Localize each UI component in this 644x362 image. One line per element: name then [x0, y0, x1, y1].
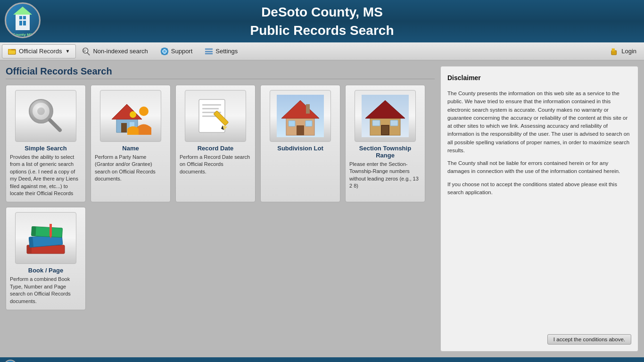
login-icon — [611, 47, 619, 56]
svg-line-10 — [87, 52, 90, 55]
logo-text: County MS — [13, 33, 33, 37]
svg-rect-23 — [612, 48, 615, 51]
footer: OnCoreAcclaim Copyright 2022 © Acclaim, … — [0, 357, 644, 362]
svg-rect-56 — [390, 120, 398, 126]
svg-rect-35 — [202, 104, 221, 106]
svg-rect-45 — [297, 125, 304, 135]
card-record-date-title: Record Date — [198, 145, 234, 152]
login-button[interactable]: Login — [607, 45, 640, 58]
svg-rect-19 — [205, 48, 213, 49]
nav-support-label: Support — [171, 48, 193, 55]
card-section-township[interactable]: Section Township Range Please enter the … — [345, 85, 425, 202]
footer-logo-icon — [4, 360, 17, 362]
nonindexed-search-icon — [82, 47, 91, 56]
svg-rect-12 — [83, 51, 86, 51]
svg-rect-36 — [202, 108, 219, 109]
card-name-icon-area — [100, 90, 161, 142]
svg-point-33 — [130, 111, 136, 118]
document-pencil-icon — [192, 95, 239, 137]
house-icon — [277, 95, 324, 137]
svg-rect-2 — [19, 21, 22, 25]
books-icon — [22, 217, 69, 259]
svg-rect-55 — [372, 120, 380, 126]
svg-marker-29 — [112, 104, 142, 119]
svg-rect-21 — [205, 53, 213, 54]
navbar: Official Records ▼ Non-indexed search Su… — [0, 42, 644, 60]
disclaimer-para-2: The County shall not be liable for error… — [447, 159, 631, 176]
nav-non-indexed[interactable]: Non-indexed search — [76, 44, 154, 58]
nav-official-records[interactable]: Official Records ▼ — [2, 44, 76, 58]
main-area: Official Records Search Simple Se — [6, 66, 435, 352]
svg-rect-53 — [382, 126, 385, 134]
header-title: DeSoto County, MS Public Records Search — [250, 3, 394, 40]
header: County MS DeSoto County, MS Public Recor… — [0, 0, 644, 42]
svg-rect-62 — [32, 227, 36, 236]
login-label: Login — [621, 48, 636, 55]
svg-rect-5 — [23, 16, 26, 19]
accept-button[interactable]: I accept the conditions above. — [547, 334, 631, 345]
card-subdivision-lot-icon-area — [270, 90, 331, 142]
svg-rect-11 — [83, 49, 87, 50]
svg-rect-48 — [306, 104, 310, 114]
logo: County MS — [5, 2, 42, 40]
svg-rect-20 — [205, 51, 213, 52]
cards-row-2: Book / Page Perform a combined Book Type… — [6, 207, 435, 310]
logo-building-icon — [11, 4, 34, 33]
cards-row-1: Simple Search Provides the ability to se… — [6, 85, 435, 202]
svg-rect-46 — [289, 121, 295, 126]
svg-rect-63 — [50, 224, 52, 236]
nav-settings-label: Settings — [215, 48, 238, 55]
content: Official Records Search Simple Se — [0, 60, 644, 357]
disclaimer-para-3: If you choose not to accept the conditio… — [447, 181, 631, 197]
card-simple-search-icon-area — [15, 90, 76, 142]
svg-rect-47 — [305, 121, 312, 126]
svg-rect-4 — [19, 16, 22, 19]
house2-icon — [362, 95, 409, 137]
card-section-township-icon-area — [355, 90, 416, 142]
footer-logo: OnCoreAcclaim — [4, 360, 61, 362]
dropdown-arrow: ▼ — [66, 49, 70, 54]
disclaimer-para-1: The County presents the information on t… — [447, 90, 631, 155]
card-subdivision-lot[interactable]: Subdivision Lot — [260, 85, 340, 202]
page-title: Official Records Search — [6, 66, 435, 79]
svg-point-27 — [37, 107, 45, 115]
svg-point-9 — [83, 48, 88, 53]
svg-rect-38 — [202, 115, 216, 117]
disclaimer-panel: Disclaimer The County presents the infor… — [440, 66, 638, 352]
svg-point-32 — [139, 107, 149, 116]
nav-settings[interactable]: Settings — [198, 44, 244, 58]
card-simple-search-desc: Provides the ability to select from a li… — [10, 154, 82, 197]
card-section-township-desc: Please enter the Section-Township-Range … — [349, 161, 421, 190]
card-name-desc: Perform a Party Name (Grantor and/or Gra… — [95, 154, 166, 183]
svg-rect-31 — [130, 122, 134, 127]
card-simple-search-title: Simple Search — [25, 145, 67, 152]
svg-rect-61 — [32, 227, 63, 238]
magnifier-icon — [25, 95, 67, 137]
svg-marker-1 — [13, 7, 32, 15]
logo-circle: County MS — [5, 2, 41, 38]
nav-support[interactable]: Support — [154, 44, 199, 58]
svg-rect-3 — [23, 21, 26, 25]
disclaimer-title: Disclaimer — [447, 73, 631, 83]
card-name[interactable]: Name Perform a Party Name (Grantor and/o… — [91, 85, 171, 202]
svg-rect-0 — [16, 14, 30, 30]
card-book-page-desc: Perform a combined Book Type, Number and… — [10, 276, 82, 305]
card-book-page-icon-area — [15, 212, 76, 264]
nav-non-indexed-label: Non-indexed search — [93, 48, 148, 55]
people-house-icon — [107, 95, 154, 137]
nav-official-records-label: Official Records — [19, 48, 62, 55]
card-record-date-desc: Perform a Record Date search on Official… — [180, 154, 251, 175]
card-record-date[interactable]: Record Date Perform a Record Date search… — [175, 85, 256, 202]
card-simple-search[interactable]: Simple Search Provides the ability to se… — [6, 85, 86, 202]
card-record-date-icon-area — [185, 90, 246, 142]
svg-line-26 — [50, 120, 60, 130]
svg-rect-8 — [8, 50, 15, 54]
card-name-title: Name — [122, 145, 139, 152]
card-book-page[interactable]: Book / Page Perform a combined Book Type… — [6, 207, 86, 310]
support-icon — [160, 47, 169, 56]
folder-icon — [8, 47, 17, 56]
svg-rect-30 — [121, 123, 127, 132]
card-subdivision-lot-title: Subdivision Lot — [277, 145, 323, 152]
settings-icon — [205, 47, 213, 56]
card-book-page-title: Book / Page — [28, 267, 63, 274]
